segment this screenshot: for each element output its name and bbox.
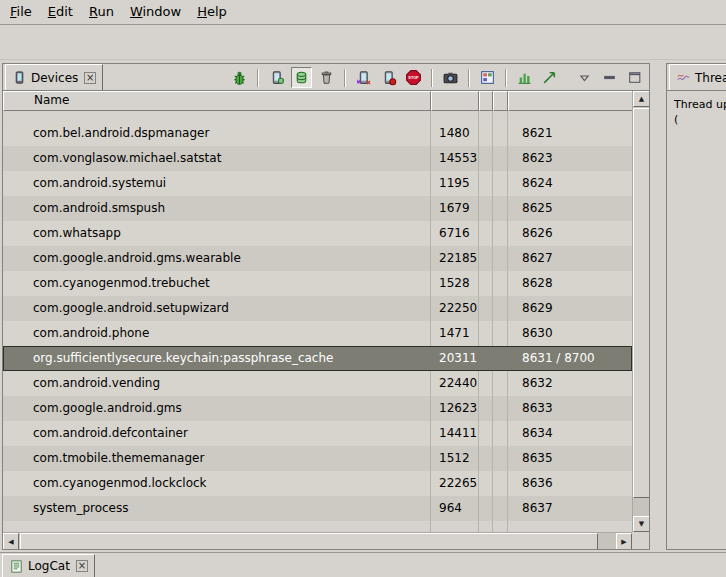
cell-empty <box>493 421 508 446</box>
toolbar-separator <box>468 69 470 87</box>
table-row[interactable]: com.cyanogenmod.lockclock222658636 <box>3 471 632 496</box>
tab-devices[interactable]: Devices <box>5 64 103 90</box>
cell-pid: 1195 <box>431 171 479 196</box>
cell-name: com.android.phone <box>3 321 431 346</box>
method-profiling-icon[interactable] <box>378 67 399 88</box>
devices-tabbar: Devices STOP <box>3 64 649 91</box>
table-row[interactable]: com.cyanogenmod.trebuchet15288628 <box>3 271 632 296</box>
table-row[interactable]: com.google.android.gms126238633 <box>3 396 632 421</box>
table-row[interactable]: com.google.android.setupwizard222508629 <box>3 296 632 321</box>
cell-empty <box>493 296 508 321</box>
column-header-port[interactable] <box>508 91 632 111</box>
horizontal-scrollbar[interactable] <box>3 532 632 549</box>
capture-bars-icon[interactable] <box>514 67 535 88</box>
logcat-bar: LogCat <box>0 552 726 577</box>
screen-capture-icon[interactable] <box>440 67 461 88</box>
cell-pid: 22440 <box>431 371 479 396</box>
table-header: Name <box>3 91 632 111</box>
cell-empty <box>493 371 508 396</box>
vertical-scroll-thumb[interactable] <box>633 108 650 498</box>
cell-empty <box>493 496 508 521</box>
close-icon[interactable] <box>84 72 96 84</box>
cell-empty <box>479 221 493 246</box>
cell-name: org.sufficientlysecure.keychain:passphra… <box>3 346 431 371</box>
cell-empty <box>479 346 493 371</box>
table-row-partial <box>3 111 632 121</box>
cell-port: 8635 <box>508 446 632 471</box>
table-row[interactable]: com.bel.android.dspmanager14808621 <box>3 121 632 146</box>
menu-file[interactable]: File <box>2 1 40 23</box>
cell-port: 8636 <box>508 471 632 496</box>
close-icon[interactable] <box>76 560 88 572</box>
cell-name: com.vonglasow.michael.satstat <box>3 146 431 171</box>
update-threads-icon[interactable] <box>353 67 374 88</box>
view-hierarchy-icon[interactable] <box>477 67 498 88</box>
cell-empty <box>493 246 508 271</box>
table-row[interactable]: com.android.vending224408632 <box>3 371 632 396</box>
cell-name: com.cyanogenmod.trebuchet <box>3 271 431 296</box>
toolbar-separator <box>505 69 507 87</box>
tab-logcat[interactable]: LogCat <box>2 554 95 577</box>
scroll-down-button[interactable] <box>633 516 650 532</box>
cell-port: 8634 <box>508 421 632 446</box>
table-row[interactable]: com.android.smspush16798625 <box>3 196 632 221</box>
devices-view: Devices STOP Name com.bel.android.dspman… <box>2 63 650 550</box>
table-row[interactable]: com.whatsapp67168626 <box>3 221 632 246</box>
tab-threads[interactable]: Threads <box>669 64 726 90</box>
cell-empty <box>479 321 493 346</box>
threads-message: Thread up ( <box>667 91 726 127</box>
cell-port: 8633 <box>508 396 632 421</box>
cell-name: com.google.android.gms.wearable <box>3 246 431 271</box>
table-row[interactable]: system_process9648637 <box>3 496 632 521</box>
cell-empty <box>479 196 493 221</box>
menu-window[interactable]: Window <box>122 1 189 23</box>
scroll-up-button[interactable] <box>633 91 650 107</box>
cell-name: com.google.android.gms <box>3 396 431 421</box>
minimize-icon[interactable] <box>599 67 620 88</box>
cell-port: 8625 <box>508 196 632 221</box>
maximize-icon[interactable] <box>624 67 645 88</box>
column-header-3[interactable] <box>479 91 493 111</box>
menu-run[interactable]: Run <box>81 1 122 23</box>
cell-port: 8621 <box>508 121 632 146</box>
threads-tabbar: Threads <box>667 64 726 91</box>
table-row[interactable]: com.android.systemui11958624 <box>3 171 632 196</box>
cell-empty <box>479 446 493 471</box>
cell-pid: 22185 <box>431 246 479 271</box>
vertical-scrollbar[interactable] <box>632 91 649 532</box>
column-header-4[interactable] <box>493 91 508 111</box>
horizontal-scroll-thumb[interactable] <box>20 533 598 550</box>
debug-process-icon[interactable] <box>229 67 250 88</box>
table-row[interactable]: com.android.defcontainer144118634 <box>3 421 632 446</box>
view-menu-icon[interactable] <box>574 67 595 88</box>
table-row[interactable]: com.tmobile.thememanager15128635 <box>3 446 632 471</box>
systrace-icon[interactable] <box>539 67 560 88</box>
show-heap-updates-icon[interactable] <box>266 67 287 88</box>
column-header-pid[interactable] <box>431 91 479 111</box>
scroll-left-button[interactable] <box>3 533 19 550</box>
cell-name: system_process <box>3 496 431 521</box>
cell-port: 8624 <box>508 171 632 196</box>
cell-empty <box>493 196 508 221</box>
table-row[interactable]: com.android.phone14718630 <box>3 321 632 346</box>
cell-name: com.bel.android.dspmanager <box>3 121 431 146</box>
cell-pid: 20311 <box>431 346 479 371</box>
cause-gc-icon[interactable] <box>316 67 337 88</box>
cell-empty <box>479 121 493 146</box>
stop-process-icon[interactable]: STOP <box>403 67 424 88</box>
cell-empty <box>493 171 508 196</box>
table-row[interactable]: org.sufficientlysecure.keychain:passphra… <box>3 346 632 371</box>
table-row[interactable]: com.vonglasow.michael.satstat145538623 <box>3 146 632 171</box>
cell-pid: 22265 <box>431 471 479 496</box>
table-row[interactable]: com.google.android.gms.wearable221858627 <box>3 246 632 271</box>
cell-empty <box>493 471 508 496</box>
cell-empty <box>479 496 493 521</box>
column-header-name[interactable]: Name <box>3 91 431 111</box>
cell-empty <box>479 171 493 196</box>
update-heap-icon[interactable] <box>291 67 312 88</box>
toolbar-separator <box>431 69 433 87</box>
cell-port: 8626 <box>508 221 632 246</box>
menu-edit[interactable]: Edit <box>40 1 81 23</box>
scroll-right-button[interactable] <box>616 533 632 550</box>
menu-help[interactable]: Help <box>189 1 235 23</box>
